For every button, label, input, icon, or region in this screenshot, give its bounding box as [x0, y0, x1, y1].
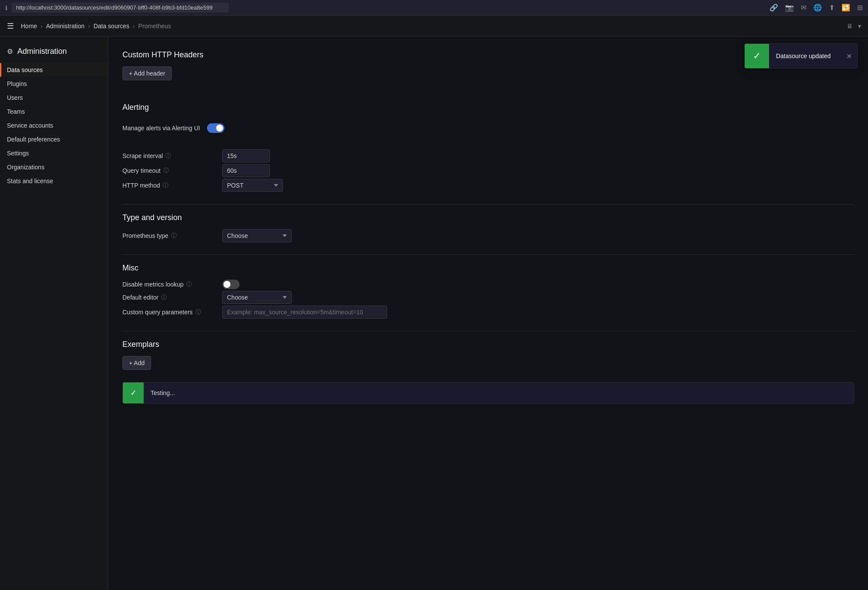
misc-section: Misc Disable metrics lookup ⓘ Default ed…: [122, 264, 854, 319]
breadcrumb-administration[interactable]: Administration: [46, 23, 85, 30]
scrape-interval-row: Scrape interval ⓘ: [122, 149, 854, 162]
gear-icon: ⚙: [7, 47, 13, 56]
link-icon[interactable]: 🔗: [769, 3, 778, 12]
info-icon: ℹ: [5, 4, 7, 11]
toast-close-button[interactable]: ✕: [841, 49, 857, 64]
browser-actions: 🔗 📷 ✉ 🌐 ⬆ 🔁 ⊞: [769, 3, 863, 12]
sidebar-item-default-preferences[interactable]: Default preferences: [0, 132, 108, 146]
sidebar-item-users[interactable]: Users: [0, 91, 108, 105]
refresh-icon[interactable]: 🔁: [842, 3, 850, 12]
default-editor-row: Default editor ⓘ Choose Code Builder: [122, 291, 854, 304]
breadcrumb-current: Prometheus: [138, 23, 171, 30]
disable-metrics-info-icon[interactable]: ⓘ: [186, 280, 192, 288]
sidebar-item-teams[interactable]: Teams: [0, 105, 108, 119]
misc-title: Misc: [122, 264, 854, 273]
toggle-slider: [207, 123, 224, 133]
add-exemplar-button[interactable]: + Add: [122, 356, 151, 370]
prometheus-type-select[interactable]: Choose Prometheus Thanos Cortex Mimir: [222, 229, 292, 242]
testing-check-icon: ✓: [123, 382, 144, 403]
scrape-interval-label: Scrape interval ⓘ: [122, 152, 222, 160]
sidebar-item-stats-license[interactable]: Stats and license: [0, 174, 108, 188]
query-timeout-label: Query timeout ⓘ: [122, 167, 222, 175]
browser-bar: ℹ http://localhost:3000/datasources/edit…: [0, 0, 868, 16]
add-header-button[interactable]: + Add header: [122, 66, 172, 80]
mail-icon[interactable]: ✉: [801, 3, 806, 12]
type-version-section: Type and version Prometheus type ⓘ Choos…: [122, 213, 854, 242]
top-nav: ☰ Home › Administration › Data sources ›…: [0, 16, 868, 36]
breadcrumb-sep-1: ›: [40, 23, 43, 30]
prometheus-type-info-icon[interactable]: ⓘ: [171, 232, 177, 240]
prometheus-type-label: Prometheus type ⓘ: [122, 232, 222, 240]
scrape-settings-section: Scrape interval ⓘ Query timeout ⓘ HTTP m…: [122, 149, 854, 192]
topnav-right: 🖥 ▾: [847, 23, 861, 30]
http-method-info-icon[interactable]: ⓘ: [163, 181, 168, 189]
http-method-row: HTTP method ⓘ GET POST PUT: [122, 179, 854, 192]
custom-query-params-row: Custom query parameters ⓘ: [122, 306, 854, 319]
grid-icon[interactable]: ⊞: [857, 3, 863, 12]
divider-2: [122, 254, 854, 255]
query-timeout-row: Query timeout ⓘ: [122, 164, 854, 177]
default-editor-select[interactable]: Choose Code Builder: [222, 291, 292, 304]
alerting-section: Alerting Manage alerts via Alerting UI: [122, 103, 854, 137]
testing-text: Testing...: [144, 389, 182, 396]
globe-icon[interactable]: 🌐: [813, 3, 822, 12]
chevron-down-icon[interactable]: ▾: [858, 23, 861, 30]
sidebar-title: Administration: [17, 47, 67, 56]
http-method-label: HTTP method ⓘ: [122, 181, 222, 189]
browser-url[interactable]: http://localhost:3000/datasources/edit/d…: [12, 3, 229, 13]
breadcrumb-sep-3: ›: [133, 23, 135, 30]
sidebar-item-datasources[interactable]: Data sources: [0, 63, 108, 77]
scrape-interval-input[interactable]: [222, 149, 270, 162]
camera-icon[interactable]: 📷: [785, 3, 794, 12]
exemplars-section: Exemplars + Add: [122, 340, 854, 370]
sidebar-nav: Data sources Plugins Users Teams Service…: [0, 63, 108, 188]
sidebar-item-organizations[interactable]: Organizations: [0, 160, 108, 174]
manage-alerts-label: Manage alerts via Alerting UI: [122, 125, 200, 132]
scrape-interval-info-icon[interactable]: ⓘ: [165, 152, 171, 160]
manage-alerts-row: Manage alerts via Alerting UI: [122, 119, 854, 137]
disable-metrics-row: Disable metrics lookup ⓘ: [122, 280, 854, 289]
main-content: ✓ Datasource updated ✕ Custom HTTP Heade…: [108, 36, 868, 590]
query-timeout-input[interactable]: [222, 164, 270, 177]
custom-query-params-label: Custom query parameters ⓘ: [122, 308, 222, 316]
divider-1: [122, 204, 854, 204]
exemplars-title: Exemplars: [122, 340, 854, 349]
toast-message: Datasource updated: [769, 53, 838, 59]
sidebar-item-plugins[interactable]: Plugins: [0, 77, 108, 91]
alerting-title: Alerting: [122, 103, 854, 112]
breadcrumb-datasources[interactable]: Data sources: [93, 23, 129, 30]
toast-notification: ✓ Datasource updated ✕: [744, 43, 858, 69]
custom-query-params-input[interactable]: [222, 306, 387, 319]
type-version-title: Type and version: [122, 213, 854, 222]
monitor-icon[interactable]: 🖥: [847, 23, 853, 30]
breadcrumb-home[interactable]: Home: [21, 23, 37, 30]
breadcrumb: Home › Administration › Data sources › P…: [21, 23, 171, 30]
upload-icon[interactable]: ⬆: [829, 3, 835, 12]
hamburger-icon[interactable]: ☰: [7, 21, 14, 31]
sidebar-item-settings[interactable]: Settings: [0, 146, 108, 160]
breadcrumb-sep-2: ›: [88, 23, 90, 30]
sidebar-header: ⚙ Administration: [0, 43, 108, 63]
http-method-select[interactable]: GET POST PUT: [222, 179, 283, 192]
main-layout: ⚙ Administration Data sources Plugins Us…: [0, 36, 868, 590]
disable-metrics-toggle[interactable]: [222, 280, 240, 289]
custom-query-params-info-icon[interactable]: ⓘ: [195, 308, 201, 316]
toast-check-icon: ✓: [745, 44, 769, 68]
testing-bar: ✓ Testing...: [122, 382, 854, 404]
prometheus-type-row: Prometheus type ⓘ Choose Prometheus Than…: [122, 229, 854, 242]
disable-metrics-label: Disable metrics lookup ⓘ: [122, 280, 222, 288]
query-timeout-info-icon[interactable]: ⓘ: [163, 167, 169, 175]
sidebar: ⚙ Administration Data sources Plugins Us…: [0, 36, 108, 590]
default-editor-label: Default editor ⓘ: [122, 293, 222, 301]
default-editor-info-icon[interactable]: ⓘ: [161, 293, 167, 301]
divider-3: [122, 331, 854, 331]
disable-metrics-slider: [222, 280, 240, 289]
sidebar-item-service-accounts[interactable]: Service accounts: [0, 119, 108, 132]
manage-alerts-toggle[interactable]: [207, 123, 224, 133]
